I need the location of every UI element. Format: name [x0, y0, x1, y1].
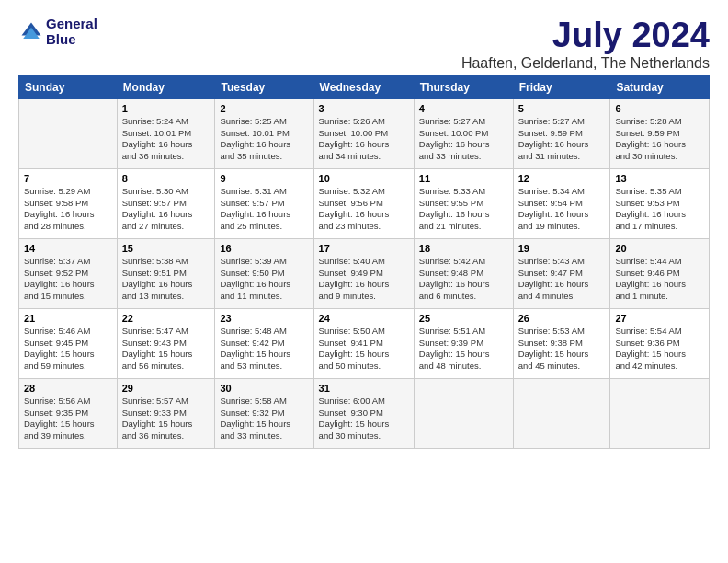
day-info: Sunrise: 5:33 AM Sunset: 9:55 PM Dayligh…	[419, 186, 508, 233]
day-info: Sunrise: 5:25 AM Sunset: 10:01 PM Daylig…	[220, 116, 308, 163]
col-header-wednesday: Wednesday	[313, 75, 414, 98]
day-number: 8	[122, 173, 210, 184]
day-number: 25	[419, 313, 508, 324]
location-title: Haaften, Gelderland, The Netherlands	[461, 55, 710, 72]
day-number: 23	[220, 313, 308, 324]
day-number: 2	[220, 103, 308, 114]
calendar-cell: 7Sunrise: 5:29 AM Sunset: 9:58 PM Daylig…	[19, 168, 118, 238]
calendar-cell: 2Sunrise: 5:25 AM Sunset: 10:01 PM Dayli…	[215, 98, 313, 168]
day-info: Sunrise: 5:56 AM Sunset: 9:35 PM Dayligh…	[24, 396, 112, 442]
day-info: Sunrise: 5:37 AM Sunset: 9:52 PM Dayligh…	[24, 256, 112, 303]
day-info: Sunrise: 5:44 AM Sunset: 9:46 PM Dayligh…	[615, 256, 704, 303]
calendar-header-row: SundayMondayTuesdayWednesdayThursdayFrid…	[19, 75, 710, 98]
calendar-cell: 22Sunrise: 5:47 AM Sunset: 9:43 PM Dayli…	[117, 308, 215, 378]
day-number: 6	[615, 103, 704, 114]
day-info: Sunrise: 5:38 AM Sunset: 9:51 PM Dayligh…	[122, 256, 210, 303]
day-number: 3	[319, 103, 409, 114]
calendar-cell: 10Sunrise: 5:32 AM Sunset: 9:56 PM Dayli…	[313, 168, 414, 238]
calendar-cell: 26Sunrise: 5:53 AM Sunset: 9:38 PM Dayli…	[513, 308, 610, 378]
calendar-week-row: 14Sunrise: 5:37 AM Sunset: 9:52 PM Dayli…	[19, 238, 710, 308]
logo-line2: Blue	[46, 31, 76, 47]
calendar-week-row: 1Sunrise: 5:24 AM Sunset: 10:01 PM Dayli…	[19, 98, 710, 168]
header: General Blue July 2024 Haaften, Gelderla…	[18, 17, 710, 72]
day-number: 16	[220, 243, 308, 254]
calendar-cell: 29Sunrise: 5:57 AM Sunset: 9:33 PM Dayli…	[117, 378, 215, 448]
calendar-cell: 28Sunrise: 5:56 AM Sunset: 9:35 PM Dayli…	[19, 378, 118, 448]
day-info: Sunrise: 5:31 AM Sunset: 9:57 PM Dayligh…	[220, 186, 308, 233]
day-number: 22	[122, 313, 210, 324]
calendar-cell: 9Sunrise: 5:31 AM Sunset: 9:57 PM Daylig…	[215, 168, 313, 238]
day-number: 29	[122, 383, 210, 394]
day-number: 24	[319, 313, 409, 324]
calendar-cell: 25Sunrise: 5:51 AM Sunset: 9:39 PM Dayli…	[414, 308, 513, 378]
calendar-cell: 12Sunrise: 5:34 AM Sunset: 9:54 PM Dayli…	[513, 168, 610, 238]
calendar-cell: 18Sunrise: 5:42 AM Sunset: 9:48 PM Dayli…	[414, 238, 513, 308]
day-number: 27	[615, 313, 704, 324]
day-number: 9	[220, 173, 308, 184]
day-number: 26	[518, 313, 606, 324]
day-number: 31	[319, 383, 409, 394]
day-info: Sunrise: 5:42 AM Sunset: 9:48 PM Dayligh…	[419, 256, 508, 303]
calendar-cell: 11Sunrise: 5:33 AM Sunset: 9:55 PM Dayli…	[414, 168, 513, 238]
day-info: Sunrise: 5:34 AM Sunset: 9:54 PM Dayligh…	[518, 186, 606, 233]
day-info: Sunrise: 5:35 AM Sunset: 9:53 PM Dayligh…	[615, 186, 704, 233]
day-info: Sunrise: 5:39 AM Sunset: 9:50 PM Dayligh…	[220, 256, 308, 303]
col-header-monday: Monday	[117, 75, 215, 98]
day-number: 15	[122, 243, 210, 254]
calendar-cell: 27Sunrise: 5:54 AM Sunset: 9:36 PM Dayli…	[610, 308, 710, 378]
calendar-week-row: 21Sunrise: 5:46 AM Sunset: 9:45 PM Dayli…	[19, 308, 710, 378]
col-header-sunday: Sunday	[19, 75, 118, 98]
day-info: Sunrise: 5:27 AM Sunset: 10:00 PM Daylig…	[419, 116, 508, 163]
day-number: 5	[518, 103, 606, 114]
day-number: 12	[518, 173, 606, 184]
day-info: Sunrise: 5:40 AM Sunset: 9:49 PM Dayligh…	[319, 256, 409, 303]
calendar-cell: 16Sunrise: 5:39 AM Sunset: 9:50 PM Dayli…	[215, 238, 313, 308]
col-header-saturday: Saturday	[610, 75, 710, 98]
logo-line1: General	[46, 16, 97, 31]
calendar-cell: 17Sunrise: 5:40 AM Sunset: 9:49 PM Dayli…	[313, 238, 414, 308]
calendar-table: SundayMondayTuesdayWednesdayThursdayFrid…	[18, 75, 710, 449]
calendar-cell: 23Sunrise: 5:48 AM Sunset: 9:42 PM Dayli…	[215, 308, 313, 378]
day-info: Sunrise: 5:58 AM Sunset: 9:32 PM Dayligh…	[220, 396, 308, 442]
calendar-cell: 4Sunrise: 5:27 AM Sunset: 10:00 PM Dayli…	[414, 98, 513, 168]
calendar-cell: 14Sunrise: 5:37 AM Sunset: 9:52 PM Dayli…	[19, 238, 118, 308]
day-info: Sunrise: 5:27 AM Sunset: 9:59 PM Dayligh…	[518, 116, 606, 163]
calendar-cell: 21Sunrise: 5:46 AM Sunset: 9:45 PM Dayli…	[19, 308, 118, 378]
calendar-week-row: 28Sunrise: 5:56 AM Sunset: 9:35 PM Dayli…	[19, 378, 710, 448]
calendar-cell: 20Sunrise: 5:44 AM Sunset: 9:46 PM Dayli…	[610, 238, 710, 308]
calendar-cell	[19, 98, 118, 168]
day-number: 14	[24, 243, 112, 254]
calendar-cell	[610, 378, 710, 448]
day-info: Sunrise: 5:29 AM Sunset: 9:58 PM Dayligh…	[24, 186, 112, 233]
day-info: Sunrise: 5:28 AM Sunset: 9:59 PM Dayligh…	[615, 116, 704, 163]
calendar-cell: 24Sunrise: 5:50 AM Sunset: 9:41 PM Dayli…	[313, 308, 414, 378]
logo-text: General Blue	[46, 17, 97, 47]
calendar-cell: 8Sunrise: 5:30 AM Sunset: 9:57 PM Daylig…	[117, 168, 215, 238]
calendar-cell: 5Sunrise: 5:27 AM Sunset: 9:59 PM Daylig…	[513, 98, 610, 168]
day-info: Sunrise: 5:54 AM Sunset: 9:36 PM Dayligh…	[615, 326, 704, 373]
calendar-cell	[513, 378, 610, 448]
day-info: Sunrise: 5:32 AM Sunset: 9:56 PM Dayligh…	[319, 186, 409, 233]
day-number: 13	[615, 173, 704, 184]
day-info: Sunrise: 5:24 AM Sunset: 10:01 PM Daylig…	[122, 116, 210, 163]
page: General Blue July 2024 Haaften, Gelderla…	[0, 0, 728, 458]
day-number: 1	[122, 103, 210, 114]
calendar-cell: 3Sunrise: 5:26 AM Sunset: 10:00 PM Dayli…	[313, 98, 414, 168]
calendar-cell	[414, 378, 513, 448]
logo-icon	[18, 19, 44, 45]
day-number: 28	[24, 383, 112, 394]
col-header-thursday: Thursday	[414, 75, 513, 98]
day-info: Sunrise: 5:43 AM Sunset: 9:47 PM Dayligh…	[518, 256, 606, 303]
day-info: Sunrise: 5:47 AM Sunset: 9:43 PM Dayligh…	[122, 326, 210, 373]
day-number: 20	[615, 243, 704, 254]
calendar-cell: 15Sunrise: 5:38 AM Sunset: 9:51 PM Dayli…	[117, 238, 215, 308]
col-header-tuesday: Tuesday	[215, 75, 313, 98]
calendar-cell: 6Sunrise: 5:28 AM Sunset: 9:59 PM Daylig…	[610, 98, 710, 168]
day-info: Sunrise: 5:57 AM Sunset: 9:33 PM Dayligh…	[122, 396, 210, 442]
day-number: 7	[24, 173, 112, 184]
day-number: 18	[419, 243, 508, 254]
calendar-cell: 31Sunrise: 6:00 AM Sunset: 9:30 PM Dayli…	[313, 378, 414, 448]
day-number: 10	[319, 173, 409, 184]
col-header-friday: Friday	[513, 75, 610, 98]
day-info: Sunrise: 5:51 AM Sunset: 9:39 PM Dayligh…	[419, 326, 508, 373]
